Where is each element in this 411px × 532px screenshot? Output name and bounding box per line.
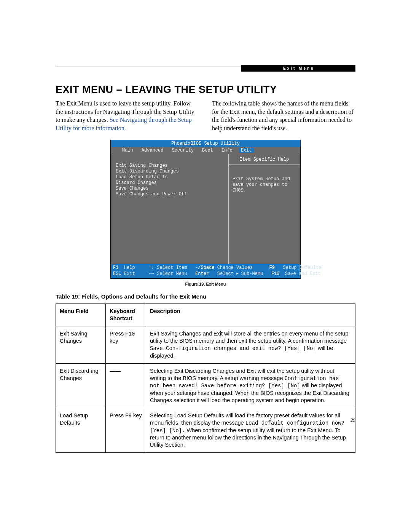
shortcut-text: —— bbox=[110, 368, 121, 374]
key-f1: F1 bbox=[113, 265, 118, 270]
bios-item[interactable]: Load Setup Defaults bbox=[116, 174, 168, 180]
bios-tab-security[interactable]: Security bbox=[172, 148, 194, 153]
cell-shortcut: Press F9 key bbox=[106, 408, 146, 452]
desc-text: Exit Saving Changes and Exit will store … bbox=[150, 331, 348, 344]
shortcut-key: F10 bbox=[125, 331, 135, 337]
label-save-exit: Save and Exit bbox=[285, 271, 321, 276]
label-help: Help bbox=[124, 265, 135, 270]
arrows-lr-icon: ←→ bbox=[149, 271, 154, 276]
bios-help-panel: Item Specific Help Exit System Setup and… bbox=[229, 154, 300, 264]
col-menu-field: Menu Field bbox=[56, 304, 106, 326]
bios-title: PhoenixBIOS Setup Utility bbox=[111, 140, 300, 147]
shortcut-text: Press bbox=[110, 412, 125, 419]
key-f10: F10 bbox=[271, 271, 280, 276]
key-enter: Enter bbox=[195, 271, 209, 276]
intro-columns: The Exit Menu is used to leave the setup… bbox=[56, 99, 355, 132]
bios-help-title: Item Specific Help bbox=[229, 154, 300, 165]
bios-tab-main[interactable]: Main bbox=[122, 148, 133, 153]
shortcut-key: F9 bbox=[125, 413, 132, 419]
bios-body: Exit Saving Changes Exit Discarding Chan… bbox=[111, 154, 300, 264]
key-esc: ESC bbox=[113, 271, 121, 276]
bios-tab-advanced[interactable]: Advanced bbox=[142, 148, 164, 153]
bios-tab-boot[interactable]: Boot bbox=[202, 148, 213, 153]
table-row: Load Setup Defaults Press F9 key Selecti… bbox=[56, 408, 355, 452]
table-row: Exit Discard-ing Changes —— Selecting Ex… bbox=[56, 363, 355, 408]
cell-description: Selecting Exit Discarding Changes and Ex… bbox=[146, 363, 355, 408]
col-keyboard-shortcut: Keyboard Shortcut bbox=[106, 304, 146, 326]
cell-description: Exit Saving Changes and Exit will store … bbox=[146, 326, 355, 363]
arrows-ud-icon: ↑↓ bbox=[149, 265, 154, 270]
label-select-menu: Select Menu bbox=[157, 271, 187, 276]
page-number: 29 bbox=[350, 417, 355, 423]
bios-window: PhoenixBIOS Setup Utility Main Advanced … bbox=[110, 140, 301, 278]
label-exit: Exit bbox=[124, 271, 135, 276]
fields-table: Menu Field Keyboard Shortcut Description… bbox=[56, 304, 355, 453]
label-change-values: Change Values bbox=[217, 265, 253, 270]
bios-menu-list: Exit Saving Changes Exit Discarding Chan… bbox=[111, 154, 229, 264]
page-title: EXIT MENU – LEAVING THE SETUP UTILITY bbox=[56, 84, 355, 96]
bios-help-body: Exit System Setup and save your changes … bbox=[229, 165, 300, 205]
table-caption: Table 19: Fields, Options and Defaults f… bbox=[56, 293, 355, 300]
figure-caption: Figure 19. Exit Menu bbox=[56, 282, 355, 286]
bios-tab-exit[interactable]: Exit bbox=[239, 148, 254, 153]
cell-menu-field: Exit Saving Changes bbox=[56, 326, 106, 363]
cell-description: Selecting Load Setup Defaults will load … bbox=[146, 408, 355, 452]
cell-menu-field: Load Setup Defaults bbox=[56, 408, 106, 452]
shortcut-text: Press bbox=[110, 331, 125, 337]
bios-footer: F1 Help ↑↓ Select Item -/Space Change Va… bbox=[111, 264, 300, 278]
key-f9: F9 bbox=[269, 265, 275, 270]
bios-tabs: Main Advanced Security Boot Info Exit bbox=[111, 147, 300, 154]
bios-figure: PhoenixBIOS Setup Utility Main Advanced … bbox=[110, 140, 301, 278]
bios-tab-info[interactable]: Info bbox=[221, 148, 233, 153]
label-submenu: Sub-Menu bbox=[241, 271, 263, 276]
bios-item[interactable]: Discard Changes bbox=[116, 180, 157, 185]
table-row: Exit Saving Changes Press F10 key Exit S… bbox=[56, 326, 355, 363]
intro-right: The following table shows the names of t… bbox=[212, 99, 355, 132]
col-description: Description bbox=[146, 304, 355, 326]
table-header-row: Menu Field Keyboard Shortcut Description bbox=[56, 304, 355, 326]
label-setup-defaults: Setup Defaults bbox=[283, 265, 322, 270]
shortcut-text: key bbox=[132, 412, 142, 419]
label-select: Select bbox=[217, 271, 234, 276]
bios-item[interactable]: Exit Saving Changes bbox=[116, 163, 168, 168]
bios-item[interactable]: Exit Discarding Changes bbox=[116, 169, 179, 174]
cell-menu-field: Exit Discard-ing Changes bbox=[56, 363, 106, 408]
triangle-right-icon: ▶ bbox=[236, 272, 238, 276]
section-chip: Exit Menu bbox=[241, 65, 355, 72]
bios-item[interactable]: Save Changes bbox=[116, 186, 148, 191]
bios-item[interactable]: Save Changes and Power Off bbox=[116, 192, 187, 197]
desc-mono: Save Con-figuration changes and exit now… bbox=[150, 345, 316, 351]
label-select-item: Select Item bbox=[157, 265, 187, 270]
shortcut-text: key bbox=[110, 338, 118, 344]
intro-left: The Exit Menu is used to leave the setup… bbox=[56, 99, 199, 132]
key-minus-space: -/Space bbox=[195, 265, 214, 270]
cell-shortcut: —— bbox=[106, 363, 146, 408]
cell-shortcut: Press F10 key bbox=[106, 326, 146, 363]
